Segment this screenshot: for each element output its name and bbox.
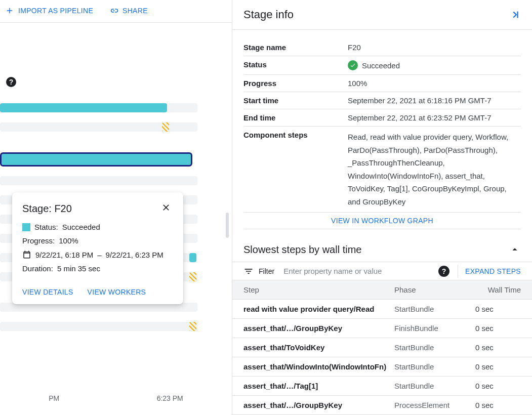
tooltip-title: Stage: F20 (22, 203, 72, 215)
view-details-button[interactable]: VIEW DETAILS (22, 288, 73, 296)
cell-phase: FinishBundle (394, 324, 475, 333)
import-label: IMPORT AS PIPELINE (18, 7, 93, 15)
col-wall: Wall Time (475, 285, 521, 294)
start-time: 9/22/21, 6:18 PM (35, 251, 93, 259)
slowest-steps-title: Slowest steps by wall time (243, 244, 361, 256)
cell-wall: 0 sec (475, 382, 521, 390)
table-row[interactable]: assert_that/ToVoidKeyStartBundle0 sec (232, 338, 532, 357)
info-value-start: September 22, 2021 at 6:18:16 PM GMT-7 (348, 96, 521, 105)
time-label: PM (49, 394, 59, 402)
progress-value: 100% (59, 236, 78, 245)
plus-icon (5, 6, 14, 15)
status-color-chip (22, 223, 30, 231)
info-label-stage-name: Stage name (243, 43, 348, 52)
expand-steps-button[interactable]: EXPAND STEPS (465, 267, 521, 275)
view-workflow-graph-link[interactable]: VIEW IN WORKFLOW GRAPH (331, 217, 433, 225)
time-axis: PM 6:23 PM (0, 394, 232, 402)
cell-step: assert_that/WindowInto(WindowIntoFn) (243, 362, 394, 371)
status-label: Status: (34, 223, 58, 231)
cell-wall: 0 sec (475, 305, 521, 313)
info-label-status: Status (243, 60, 348, 69)
share-label: SHARE (122, 7, 148, 15)
slowest-steps-table: Step Phase Wall Time read with value pro… (232, 280, 532, 415)
duration-label: Duration: (22, 264, 53, 273)
table-header: Step Phase Wall Time (232, 280, 532, 300)
cell-wall: 0 sec (475, 401, 521, 409)
info-label-end: End time (243, 113, 348, 122)
status-value: Succeeded (62, 223, 100, 231)
check-circle-icon (348, 60, 358, 70)
info-value-stage-name: F20 (348, 43, 521, 52)
filter-bar: Filter ? EXPAND STEPS (232, 262, 532, 280)
cell-phase: StartBundle (394, 305, 475, 313)
close-icon[interactable] (159, 201, 173, 216)
info-value-components: Read, read with value provider query, Wo… (348, 131, 521, 208)
info-value-status: Succeeded (362, 61, 400, 70)
cell-step: assert_that/ToVoidKey (243, 343, 394, 352)
divider (458, 265, 458, 278)
chevron-up-icon[interactable] (509, 243, 521, 256)
filter-icon (243, 266, 254, 276)
table-row[interactable]: assert_that/WindowInto(WindowIntoFn)Star… (232, 357, 532, 377)
info-label-components: Component steps (243, 131, 348, 139)
time-label: 6:23 PM (157, 394, 183, 402)
share-button[interactable]: SHARE (109, 6, 148, 15)
link-icon (109, 6, 118, 15)
filter-label: Filter (259, 267, 274, 275)
info-value-end: September 22, 2021 at 6:23:52 PM GMT-7 (348, 113, 521, 122)
col-phase: Phase (394, 285, 475, 294)
col-step: Step (243, 285, 394, 294)
view-workers-button[interactable]: VIEW WORKERS (88, 288, 146, 296)
cell-step: assert_that/…/Tag[1] (243, 382, 394, 390)
calendar-icon (22, 250, 31, 259)
cell-wall: 0 sec (475, 343, 521, 352)
stage-info-table: Stage name F20 Status Succeeded Progress… (232, 30, 532, 229)
cell-phase: StartBundle (394, 382, 475, 390)
collapse-panel-icon[interactable] (510, 9, 521, 20)
table-row[interactable]: read with value provider query/ReadStart… (232, 300, 532, 319)
info-label-start: Start time (243, 96, 348, 105)
end-time: 9/22/21, 6:23 PM (106, 251, 163, 259)
panel-title: Stage info (243, 8, 294, 21)
time-separator: – (97, 251, 101, 259)
stage-tooltip-card: Stage: F20 Status: Succeeded Progress: 1… (12, 192, 183, 304)
duration-value: 5 min 35 sec (57, 264, 100, 273)
info-label-progress: Progress (243, 79, 348, 88)
info-value-progress: 100% (348, 79, 521, 88)
stage-info-panel: Stage info Stage name F20 Status Succeed… (232, 0, 532, 415)
cell-phase: StartBundle (394, 362, 475, 371)
table-row[interactable]: assert_that/…/GroupByKeyFinishBundle0 se… (232, 319, 532, 338)
cell-phase: StartBundle (394, 343, 475, 352)
scroll-handle[interactable] (226, 213, 229, 238)
cell-phase: ProcessElement (394, 401, 475, 409)
cell-wall: 0 sec (475, 362, 521, 371)
cell-step: read with value provider query/Read (243, 305, 394, 313)
help-icon[interactable]: ? (6, 77, 16, 87)
top-action-bar: IMPORT AS PIPELINE SHARE (0, 0, 232, 23)
cell-step: assert_that/…/GroupByKey (243, 324, 394, 333)
progress-label: Progress: (22, 236, 55, 245)
main-content-area: IMPORT AS PIPELINE SHARE ? PM (0, 0, 232, 415)
table-row[interactable]: assert_that/…/Tag[1]StartBundle0 sec (232, 377, 532, 396)
table-row[interactable]: assert_that/…/GroupByKeyProcessElement0 … (232, 396, 532, 415)
import-pipeline-button[interactable]: IMPORT AS PIPELINE (5, 6, 93, 15)
cell-wall: 0 sec (475, 324, 521, 333)
cell-step: assert_that/…/GroupByKey (243, 401, 394, 409)
help-icon[interactable]: ? (438, 266, 449, 277)
filter-input[interactable] (283, 267, 435, 275)
